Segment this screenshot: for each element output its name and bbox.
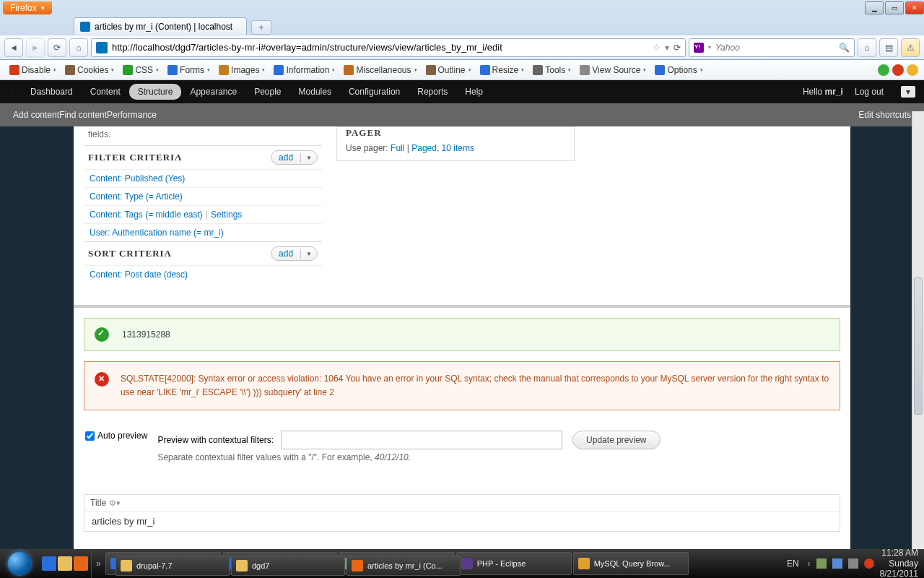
search-go-icon[interactable]: 🔍 — [839, 43, 850, 53]
admin-menu-appearance[interactable]: Appearance — [181, 82, 245, 101]
window-minimize-button[interactable]: ▁ — [865, 1, 884, 14]
filter-link[interactable]: Content: Type (= Article) — [90, 191, 183, 202]
tray-network-icon[interactable] — [832, 558, 842, 569]
contextual-filters-input[interactable] — [281, 431, 562, 449]
shortcut-performance[interactable]: Performance — [107, 110, 157, 120]
back-button[interactable]: ◄ — [4, 38, 23, 57]
tray-shield-icon[interactable] — [864, 558, 874, 569]
add-filter-button[interactable]: add▼ — [271, 150, 318, 165]
pager-heading: PAGER — [346, 127, 565, 139]
task-app-icon — [461, 558, 473, 569]
scrollbar-track[interactable] — [912, 111, 924, 549]
taskbar-task[interactable]: MySQL Query Brow... — [573, 552, 689, 575]
system-clock[interactable]: 11:28 AM Sunday 8/21/2011 — [880, 548, 918, 578]
devbar-information-menu[interactable]: Information — [270, 64, 339, 77]
pager-full-link[interactable]: Full — [391, 143, 404, 153]
devbar-miscellaneous-menu[interactable]: Miscellaneous — [340, 64, 420, 77]
devbar-tools-menu[interactable]: Tools — [529, 64, 575, 77]
logout-link[interactable]: Log out — [846, 82, 892, 101]
devbar-cookies-menu[interactable]: Cookies — [61, 64, 118, 77]
language-indicator[interactable]: EN — [784, 558, 802, 569]
browser-tab[interactable]: articles by mr_i (Content) | localhost — [74, 17, 247, 35]
devbar-forms-menu[interactable]: Forms — [164, 64, 214, 77]
window-close-button[interactable]: ✕ — [905, 1, 924, 14]
toolbar-bookmarks-button[interactable]: ▤ — [879, 38, 898, 57]
devbar-cancel-icon[interactable] — [892, 64, 904, 76]
devbar-options-menu[interactable]: Options — [651, 64, 706, 77]
task-app-icon — [236, 560, 248, 571]
taskbar-task[interactable]: dgd7 — [231, 556, 345, 576]
edit-shortcuts-link[interactable]: Edit shortcuts — [858, 110, 911, 120]
filter-link[interactable]: Content: Published (Yes) — [90, 173, 185, 184]
pager-paged-link[interactable]: Paged, 10 items — [411, 143, 474, 153]
start-button[interactable] — [0, 549, 39, 578]
devbar-view source-menu[interactable]: View Source — [576, 64, 650, 77]
admin-menu-reports[interactable]: Reports — [409, 82, 456, 101]
url-bar[interactable]: ☆ ▾ ⟳ — [91, 38, 686, 57]
filter-row: Content: Tags (= middle east)|Settings — [84, 205, 322, 223]
taskbar-task[interactable]: PHP - Eclipse — [456, 552, 572, 575]
url-input[interactable] — [112, 42, 648, 53]
pager-label: Use pager: — [346, 143, 388, 153]
search-bar[interactable]: ▾ 🔍 — [689, 38, 855, 57]
toolbar-home-button[interactable]: ⌂ — [858, 38, 876, 57]
preview-title-value: articles by mr_i — [84, 511, 840, 531]
contextual-filters-help: Separate contextual filter values with a… — [157, 452, 562, 462]
gear-icon[interactable]: ⚙▾ — [109, 499, 121, 508]
taskbar-task[interactable]: articles by mr_i (Co... — [346, 556, 461, 576]
new-tab-button[interactable]: + — [251, 20, 271, 35]
auto-preview-input[interactable] — [85, 431, 95, 441]
drupal-admin-toolbar: ⌂ DashboardContentStructureAppearancePeo… — [0, 80, 924, 103]
admin-menu-content[interactable]: Content — [82, 82, 129, 101]
home-button[interactable]: ⌂ — [69, 38, 88, 57]
go-reload-icon[interactable]: ⟳ — [674, 43, 681, 53]
admin-menu-structure[interactable]: Structure — [129, 84, 182, 100]
devbar-warn-icon[interactable] — [907, 64, 918, 76]
taskbar-task[interactable]: drupal-7.7 — [116, 556, 230, 576]
add-sort-button[interactable]: add▼ — [271, 246, 318, 261]
pinned-ie-icon[interactable] — [42, 556, 56, 571]
admin-menu-modules[interactable]: Modules — [290, 82, 340, 101]
sort-link[interactable]: Content: Post date (desc) — [90, 269, 188, 280]
firefox-menu-button[interactable]: Firefox — [3, 1, 52, 14]
webdev-toolbar: DisableCookiesCSSFormsImagesInformationM… — [0, 60, 924, 80]
admin-menu-people[interactable]: People — [245, 82, 289, 101]
shortcut-find-content[interactable]: Find content — [59, 110, 107, 120]
windows-orb-icon — [7, 551, 32, 576]
shortcut-add-content[interactable]: Add content — [13, 110, 59, 120]
filter-settings-link[interactable]: Settings — [211, 210, 242, 220]
toolbar-ext-button[interactable]: ⚠ — [901, 38, 920, 57]
filter-row: User: Authentication name (= mr_i) — [84, 223, 322, 241]
bookmark-star-icon[interactable]: ☆ — [653, 43, 661, 53]
filter-link[interactable]: User: Authentication name (= mr_i) — [90, 228, 224, 238]
admin-menu-dashboard[interactable]: Dashboard — [22, 82, 82, 101]
search-input[interactable] — [715, 43, 834, 53]
admin-menu-configuration[interactable]: Configuration — [340, 82, 409, 101]
forward-button[interactable]: ► — [26, 38, 45, 57]
tray-volume-icon[interactable] — [848, 558, 858, 569]
filter-link[interactable]: Content: Tags (= middle east) — [90, 210, 203, 220]
auto-preview-checkbox[interactable]: Auto preview — [85, 431, 147, 441]
check-circle-icon — [95, 327, 109, 342]
scrollbar-thumb[interactable] — [914, 277, 923, 415]
tray-chevron-icon[interactable]: ‹ — [808, 558, 811, 569]
update-preview-button[interactable]: Update preview — [572, 431, 660, 449]
window-maximize-button[interactable]: ▭ — [885, 1, 904, 14]
devbar-disable-menu[interactable]: Disable — [6, 64, 60, 77]
devbar-css-menu[interactable]: CSS — [119, 64, 162, 77]
devbar-resize-menu[interactable]: Resize — [476, 64, 528, 77]
admin-home-icon[interactable]: ⌂ — [9, 85, 22, 98]
pinned-firefox-icon[interactable] — [74, 556, 88, 571]
tray-battery-icon[interactable] — [816, 558, 827, 569]
devbar-images-menu[interactable]: Images — [215, 64, 269, 77]
admin-dropdown-button[interactable]: ▾ — [901, 86, 915, 98]
sort-row: Content: Post date (desc) — [84, 265, 322, 283]
taskbar-chevron-icon[interactable]: » — [92, 558, 105, 569]
admin-menu-help[interactable]: Help — [456, 82, 492, 101]
devbar-outline-menu[interactable]: Outline — [422, 64, 475, 77]
tab-title: articles by mr_i (Content) | localhost — [95, 22, 232, 32]
devbar-check-icon[interactable] — [878, 64, 889, 76]
status-ok-message: 1313915288 — [84, 318, 840, 351]
pinned-explorer-icon[interactable] — [58, 556, 72, 571]
reload-button[interactable]: ⟳ — [48, 38, 66, 57]
